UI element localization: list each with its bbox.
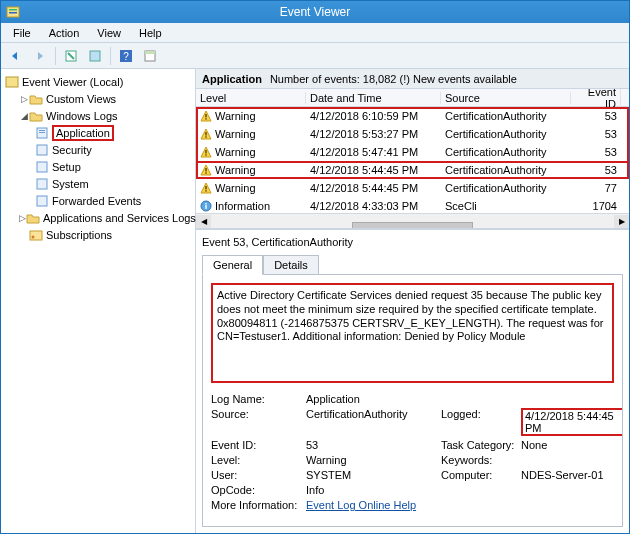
scroll-right-icon[interactable]: ▶ (614, 215, 629, 228)
tab-body-general: Active Directory Certificate Services de… (202, 274, 623, 527)
subscriptions-icon (29, 228, 43, 242)
event-row[interactable]: Warning4/12/2018 6:10:59 PMCertification… (196, 107, 629, 125)
tree-label: Custom Views (46, 93, 116, 105)
keywords-label: Keywords: (441, 454, 521, 466)
log-icon (35, 143, 49, 157)
panel-title: Application (202, 73, 262, 85)
toolbar-separator (55, 47, 56, 65)
tree-root[interactable]: Event Viewer (Local) (3, 73, 193, 90)
svg-rect-25 (205, 168, 206, 172)
date-text: 4/12/2018 6:10:59 PM (306, 110, 441, 122)
folder-icon (29, 109, 43, 123)
svg-rect-2 (9, 12, 17, 14)
svg-rect-16 (37, 196, 47, 206)
logname-label: Log Name: (211, 393, 306, 405)
opcode-label: OpCode: (211, 484, 306, 496)
app-icon (5, 4, 21, 20)
tree-label: Application (56, 127, 110, 139)
source-text: CertificationAuthority (441, 128, 571, 140)
col-eventid[interactable]: Event ID (571, 89, 621, 110)
tree-item-setup[interactable]: Setup (3, 158, 193, 175)
help-button[interactable]: ? (115, 45, 137, 67)
svg-rect-19 (205, 114, 206, 118)
detail-pane: Event 53, CertificationAuthority General… (196, 228, 629, 533)
forward-button[interactable] (29, 45, 51, 67)
event-row[interactable]: Warning4/12/2018 5:44:45 PMCertification… (196, 179, 629, 197)
menu-action[interactable]: Action (41, 25, 88, 41)
source-text: CertificationAuthority (441, 146, 571, 158)
tree-item-app-services-logs[interactable]: ▷ Applications and Services Logs (3, 209, 193, 226)
navigation-tree[interactable]: Event Viewer (Local) ▷ Custom Views ◢ Wi… (1, 69, 196, 533)
taskcat-label: Task Category: (441, 439, 521, 451)
scroll-left-icon[interactable]: ◀ (196, 215, 211, 228)
scroll-thumb[interactable] (352, 222, 473, 228)
svg-rect-1 (9, 9, 17, 11)
source-text: SceCli (441, 200, 571, 212)
menubar: File Action View Help (1, 23, 629, 43)
detail-heading: Event 53, CertificationAuthority (202, 236, 623, 248)
info-icon (200, 200, 212, 212)
svg-rect-28 (205, 190, 206, 191)
computer-value: NDES-Server-01 (521, 469, 623, 481)
tree-label: Applications and Services Logs (43, 212, 196, 224)
tree-item-security[interactable]: Security (3, 141, 193, 158)
window-title: Event Viewer (280, 5, 350, 19)
tab-details[interactable]: Details (263, 255, 319, 275)
tree-label: Subscriptions (46, 229, 112, 241)
keywords-value (521, 454, 623, 466)
logged-value: 4/12/2018 5:44:45 PM (521, 408, 623, 436)
tab-general[interactable]: General (202, 255, 263, 275)
tree-item-forwarded[interactable]: Forwarded Events (3, 192, 193, 209)
level-value: Warning (306, 454, 441, 466)
user-label: User: (211, 469, 306, 481)
svg-rect-15 (37, 179, 47, 189)
menu-view[interactable]: View (89, 25, 129, 41)
log-icon (35, 177, 49, 191)
computer-label: Computer: (441, 469, 521, 481)
logged-label: Logged: (441, 408, 521, 436)
tree-item-application[interactable]: Application (3, 124, 193, 141)
tree-item-windows-logs[interactable]: ◢ Windows Logs (3, 107, 193, 124)
logname-value: Application (306, 393, 441, 405)
col-level[interactable]: Level (196, 92, 306, 104)
id-text: 53 (571, 146, 621, 158)
tree-item-custom-views[interactable]: ▷ Custom Views (3, 90, 193, 107)
svg-rect-23 (205, 150, 206, 154)
col-date[interactable]: Date and Time (306, 92, 441, 104)
date-text: 4/12/2018 5:47:41 PM (306, 146, 441, 158)
svg-rect-20 (205, 118, 206, 119)
properties-button[interactable] (84, 45, 106, 67)
col-source[interactable]: Source (441, 92, 571, 104)
tree-item-subscriptions[interactable]: ▷ Subscriptions (3, 226, 193, 243)
moreinfo-value[interactable]: Event Log Online Help (306, 499, 441, 511)
source-text: CertificationAuthority (441, 164, 571, 176)
opcode-value: Info (306, 484, 441, 496)
event-row[interactable]: Warning4/12/2018 5:44:45 PMCertification… (196, 161, 629, 179)
log-icon (35, 194, 49, 208)
expander-icon[interactable]: ▷ (19, 94, 29, 104)
list-header[interactable]: Level Date and Time Source Event ID (196, 89, 629, 107)
refresh-button[interactable] (60, 45, 82, 67)
menu-help[interactable]: Help (131, 25, 170, 41)
warning-icon (200, 110, 212, 122)
level-text: Warning (215, 128, 256, 140)
h-scrollbar[interactable]: ◀ ▶ (196, 213, 629, 228)
id-text: 1704 (571, 200, 621, 212)
menu-file[interactable]: File (5, 25, 39, 41)
expander-icon[interactable]: ▷ (19, 213, 26, 223)
source-label: Source: (211, 408, 306, 436)
event-row[interactable]: Warning4/12/2018 5:47:41 PMCertification… (196, 143, 629, 161)
svg-text:?: ? (123, 51, 129, 62)
pane-button[interactable] (139, 45, 161, 67)
event-list[interactable]: Level Date and Time Source Event ID Warn… (196, 89, 629, 228)
tree-item-system[interactable]: System (3, 175, 193, 192)
svg-rect-4 (90, 51, 100, 61)
level-text: Warning (215, 164, 256, 176)
expander-icon[interactable]: ◢ (19, 111, 29, 121)
date-text: 4/12/2018 5:53:27 PM (306, 128, 441, 140)
level-label: Level: (211, 454, 306, 466)
id-text: 53 (571, 128, 621, 140)
event-row[interactable]: Warning4/12/2018 5:53:27 PMCertification… (196, 125, 629, 143)
back-button[interactable] (5, 45, 27, 67)
eventid-label: Event ID: (211, 439, 306, 451)
